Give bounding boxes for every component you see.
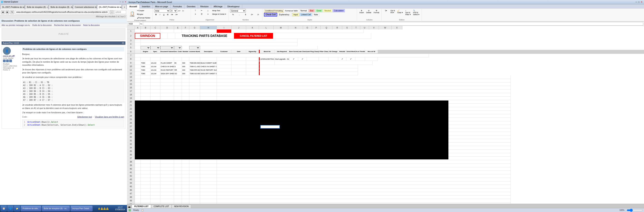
cell-D15[interactable]: [160, 82, 174, 86]
hdr-doc-code[interactable]: Doc. Code: [174, 50, 182, 53]
zoom-slider[interactable]: [627, 209, 642, 212]
excel-close-icon[interactable]: ✕: [641, 1, 642, 3]
align-center-button[interactable]: ☰: [199, 13, 204, 16]
taskbar-btn-0[interactable]: Problème de séle...: [21, 206, 41, 211]
col-A[interactable]: A: [135, 26, 141, 30]
cell-H39[interactable]: [200, 164, 217, 167]
tab-mise-en-page[interactable]: Mise en page: [153, 4, 170, 9]
cell-A50[interactable]: [135, 202, 141, 204]
active-cell-H33[interactable]: [260, 125, 280, 129]
hdr-doc-subset[interactable]: Document Subset: [160, 50, 174, 53]
cell-F49[interactable]: [182, 199, 189, 202]
cell-G43[interactable]: [189, 178, 200, 181]
hdr-bore-screw[interactable]: Bore Screw: [289, 50, 298, 53]
cell-H48[interactable]: [200, 195, 217, 199]
cell-F41[interactable]: [182, 171, 189, 174]
cell-C15[interactable]: [150, 82, 160, 86]
col-D[interactable]: D: [160, 26, 174, 30]
cell-B38[interactable]: [141, 160, 150, 164]
cell-H42[interactable]: [200, 174, 217, 178]
cell-docsubset-11[interactable]: RACE REPORT: [160, 68, 174, 72]
filter-select-B[interactable]: [141, 46, 150, 49]
tab-0[interactable]: DL-2007) Problème de séle...: [0, 5, 25, 10]
cell-D38[interactable]: [160, 160, 174, 164]
cancel-filtered-btn[interactable]: CANCEL FILTERED LIST: [234, 33, 273, 39]
cell-E41[interactable]: [174, 171, 182, 174]
col-C[interactable]: C: [150, 26, 160, 30]
style-input[interactable]: Input: [292, 13, 299, 16]
cell-A47[interactable]: [135, 192, 141, 195]
maximize-icon[interactable]: □: [122, 1, 124, 3]
cell-A48[interactable]: [135, 195, 141, 199]
hdr-A6[interactable]: [135, 50, 141, 53]
cell-D2[interactable]: [160, 33, 168, 39]
hdr-hes-col[interactable]: Hes-col W: [365, 50, 378, 53]
cell-H17[interactable]: [200, 90, 217, 93]
cell-H45[interactable]: [200, 185, 217, 188]
cell-blockno-9[interactable]: [260, 61, 274, 65]
cell-D49[interactable]: [160, 199, 174, 202]
cell-F46[interactable]: [182, 188, 189, 192]
cell-E15[interactable]: [174, 82, 182, 86]
font-size-select[interactable]: 9: [170, 9, 177, 13]
cell-G15[interactable]: [189, 82, 200, 86]
sheet-tab-complete[interactable]: COMPLETE LIST: [151, 204, 172, 208]
go-button[interactable]: →: [110, 10, 114, 14]
cell-G17[interactable]: [189, 90, 200, 93]
cell-E8[interactable]: [174, 57, 182, 61]
tab-developpeur[interactable]: Développeur: [225, 4, 242, 9]
cell-A14[interactable]: [135, 79, 141, 82]
new-tab-button[interactable]: +: [122, 5, 126, 10]
cell-G41[interactable]: [189, 171, 200, 174]
cell-G39[interactable]: [189, 164, 200, 167]
cell-C47[interactable]: [150, 192, 160, 195]
cell-B8[interactable]: [141, 57, 150, 61]
cell-G45[interactable]: [189, 185, 200, 188]
cell-engine-11[interactable]: T080: [141, 68, 150, 72]
cell-oil-filter-8[interactable]: [319, 57, 328, 61]
find-select-button[interactable]: 🔍Find &Select ▾: [412, 9, 420, 16]
cell-D1[interactable]: [160, 30, 174, 33]
cell-E46[interactable]: [174, 188, 182, 192]
cell-G48[interactable]: [189, 195, 200, 199]
cell-D46[interactable]: [160, 188, 174, 192]
refresh-button[interactable]: ↻: [10, 10, 14, 14]
cell-F8[interactable]: [182, 57, 189, 61]
taskbar-btn-2[interactable]: Incroya Parc Datab...: [70, 206, 92, 211]
cell-spec-12[interactable]: 101.84: [150, 72, 160, 75]
sheet-tab-filtered[interactable]: FILTERED LIST: [132, 204, 151, 208]
cell-G8[interactable]: [189, 57, 200, 61]
cell-docnum-12[interactable]: T080-SO-000: [189, 72, 200, 75]
hdr-rebuild[interactable]: Rebuild: [338, 50, 346, 53]
sheet-nav-next[interactable]: ▶: [129, 206, 131, 208]
hdr-oil-change[interactable]: Oil Change: [328, 50, 338, 53]
cell-B3-rest[interactable]: [141, 39, 298, 42]
cell-number-9[interactable]: 000: [182, 61, 189, 65]
col-E[interactable]: E: [174, 26, 182, 30]
style-linked-cell[interactable]: Linked Cell: [300, 13, 312, 16]
excel-minimize-icon[interactable]: ─: [636, 1, 637, 3]
cell-H46[interactable]: [200, 188, 217, 192]
cell-doccode-11[interactable]: RR: [174, 68, 182, 72]
cell-F16[interactable]: [182, 86, 189, 90]
minimize-icon[interactable]: ─: [120, 1, 121, 3]
cell-H1[interactable]: [200, 30, 217, 33]
align-middle-button[interactable]: ⊢: [199, 9, 204, 12]
cell-number-11[interactable]: 000: [182, 68, 189, 72]
cell-C39[interactable]: [150, 164, 160, 167]
cell-C41[interactable]: [150, 171, 160, 174]
style-note[interactable]: Note: [312, 13, 319, 16]
cell-doccode-12[interactable]: SO: [174, 72, 182, 75]
cell-A1[interactable]: [135, 30, 141, 33]
cell-E1[interactable]: [174, 30, 182, 33]
cell-F19[interactable]: [182, 97, 189, 100]
col-M[interactable]: M: [274, 26, 288, 30]
style-neutral[interactable]: Neutral: [323, 9, 332, 12]
cell-desc-9[interactable]: BUILD SHEET SUBSET: [200, 61, 217, 65]
hdr-job-required[interactable]: Job Required: [274, 50, 289, 53]
start-button[interactable]: 🪟: [1, 206, 7, 211]
close-icon[interactable]: ✕: [125, 1, 126, 3]
sort-filter-button[interactable]: ↕Sort &Filter ▾: [404, 9, 412, 16]
cell-C8[interactable]: [150, 57, 160, 61]
cell-E47[interactable]: [174, 192, 182, 195]
